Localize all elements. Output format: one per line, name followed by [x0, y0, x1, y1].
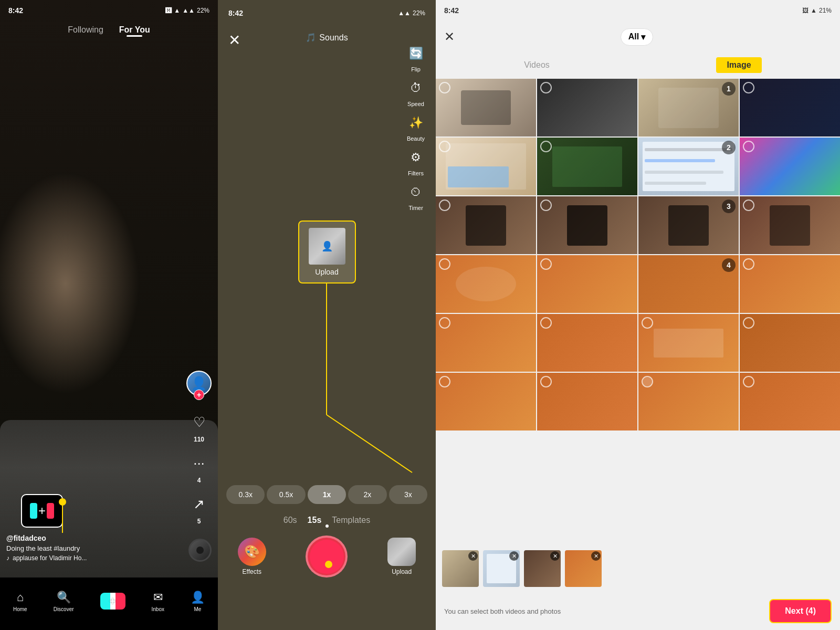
cell-select-19[interactable]	[642, 317, 653, 329]
speed-0-3x[interactable]: 0.3x	[226, 485, 265, 504]
grid-cell-14[interactable]	[537, 255, 637, 313]
cell-select-24[interactable]	[743, 376, 754, 387]
speed-0-5x[interactable]: 0.5x	[267, 485, 305, 504]
grid-cell-24[interactable]	[740, 373, 840, 430]
cell-select-20[interactable]	[743, 317, 754, 329]
remove-thumb-4[interactable]: ✕	[591, 551, 601, 561]
grid-cell-18[interactable]	[537, 314, 637, 372]
cell-select-13[interactable]	[439, 258, 450, 270]
selected-thumb-4[interactable]: ✕	[565, 550, 602, 587]
cell-select-8[interactable]	[743, 141, 754, 152]
60s-tab[interactable]: 60s	[284, 516, 297, 525]
battery-icon: 22%	[197, 7, 209, 14]
foryou-tab[interactable]: For You	[119, 25, 150, 34]
grid-cell-6[interactable]	[537, 138, 637, 195]
cell-select-23[interactable]	[642, 376, 653, 387]
next-button[interactable]: Next (4)	[769, 599, 832, 623]
nav-home[interactable]: ⌂ Home	[13, 591, 27, 612]
flip-button[interactable]: 🔄 Flip	[404, 42, 427, 72]
cell-select-16[interactable]	[743, 258, 754, 270]
like-button[interactable]: ♡ 110	[187, 411, 211, 443]
grid-cell-15[interactable]: 4	[638, 255, 739, 313]
grid-cell-19[interactable]	[638, 314, 739, 372]
remove-thumb-3[interactable]: ✕	[550, 551, 560, 561]
speed-button[interactable]: ⏱ Speed	[404, 77, 427, 107]
share-icon[interactable]: ↗	[187, 492, 211, 516]
grid-cell-23[interactable]	[638, 373, 739, 430]
upload-card[interactable]: 👤 Upload	[298, 220, 356, 284]
nav-create[interactable]: +	[100, 593, 125, 610]
remove-thumb-1[interactable]: ✕	[468, 551, 478, 561]
grid-cell-4[interactable]	[740, 79, 840, 136]
grid-cell-7[interactable]: 2	[638, 138, 739, 195]
cell-select-12[interactable]	[743, 200, 754, 211]
nav-inbox[interactable]: ✉ Inbox	[152, 591, 164, 612]
grid-cell-11[interactable]: 3	[638, 196, 739, 254]
speed-3x[interactable]: 3x	[389, 485, 427, 504]
sounds-button[interactable]: 🎵 Sounds	[306, 33, 348, 43]
create-button[interactable]: +	[100, 593, 125, 610]
follow-plus-button[interactable]: +	[194, 390, 204, 400]
all-dropdown-button[interactable]: All ▾	[621, 28, 653, 46]
cell-select-22[interactable]	[540, 376, 552, 387]
videos-tab[interactable]: Videos	[436, 52, 638, 79]
filters-button[interactable]: ⚙ Filters	[404, 146, 427, 176]
record-button[interactable]	[306, 536, 348, 578]
selected-thumb-1[interactable]: ✕	[442, 550, 479, 587]
grid-cell-21[interactable]	[436, 373, 536, 430]
comment-button[interactable]: ··· 4	[187, 452, 211, 484]
tiktok-logo-inner: +	[29, 500, 55, 521]
templates-tab[interactable]: Templates	[332, 516, 370, 525]
grid-cell-9[interactable]	[436, 196, 536, 254]
tiktok-create-button[interactable]: +	[21, 494, 63, 528]
upload-button[interactable]: Upload	[387, 538, 416, 575]
cell-select-2[interactable]	[540, 82, 552, 93]
speed-selector: 0.3x 0.5x 1x 2x 3x	[226, 485, 427, 504]
15s-tab[interactable]: 15s	[308, 516, 322, 525]
cell-select-10[interactable]	[540, 200, 552, 211]
grid-cell-13[interactable]	[436, 255, 536, 313]
grid-cell-10[interactable]	[537, 196, 637, 254]
cell-select-14[interactable]	[540, 258, 552, 270]
creator-avatar-wrap[interactable]: 👤 +	[186, 371, 212, 396]
foryou-tab-wrapper[interactable]: For You	[119, 25, 150, 35]
grid-cell-3[interactable]: 1	[638, 79, 739, 136]
comment-icon[interactable]: ···	[187, 452, 211, 475]
grid-cell-17[interactable]	[436, 314, 536, 372]
wifi-p3-icon: ▲	[811, 7, 817, 14]
grid-cell-16[interactable]	[740, 255, 840, 313]
cell-select-6[interactable]	[540, 141, 552, 152]
cell-select-21[interactable]	[439, 376, 450, 387]
heart-icon[interactable]: ♡	[187, 411, 211, 434]
cell-select-9[interactable]	[439, 200, 450, 211]
record-button-inner	[310, 540, 344, 574]
effects-button[interactable]: 🎨 Effects	[238, 538, 266, 575]
grid-cell-20[interactable]	[740, 314, 840, 372]
grid-cell-12[interactable]	[740, 196, 840, 254]
close-camera-button[interactable]: ✕	[228, 32, 240, 49]
image-tab[interactable]: Image	[638, 52, 840, 79]
beauty-button[interactable]: ✨ Beauty	[404, 111, 427, 142]
timer-button[interactable]: ⏲ Timer	[404, 181, 427, 211]
speed-2x[interactable]: 2x	[348, 485, 386, 504]
selected-thumb-3[interactable]: ✕	[524, 550, 561, 587]
grid-cell-22[interactable]	[537, 373, 637, 430]
grid-cell-8[interactable]	[740, 138, 840, 195]
following-tab[interactable]: Following	[68, 25, 103, 34]
nav-discover[interactable]: 🔍 Discover	[54, 591, 74, 612]
gallery-close-button[interactable]: ✕	[444, 29, 455, 44]
cell-select-5[interactable]	[439, 141, 450, 152]
cell-select-18[interactable]	[540, 317, 552, 329]
cell-select-4[interactable]	[743, 82, 754, 93]
nav-profile[interactable]: 👤 Me	[191, 591, 205, 612]
following-tab-wrapper[interactable]: Following	[68, 25, 103, 35]
cell-select-17[interactable]	[439, 317, 450, 329]
grid-cell-2[interactable]	[537, 79, 637, 136]
selected-thumb-2[interactable]: ✕	[483, 550, 520, 587]
share-button[interactable]: ↗ 5	[187, 492, 211, 525]
cell-select-1[interactable]	[439, 82, 450, 93]
speed-1x[interactable]: 1x	[308, 485, 346, 504]
remove-thumb-2[interactable]: ✕	[509, 551, 519, 561]
grid-cell-1[interactable]	[436, 79, 536, 136]
grid-cell-5[interactable]	[436, 138, 536, 195]
